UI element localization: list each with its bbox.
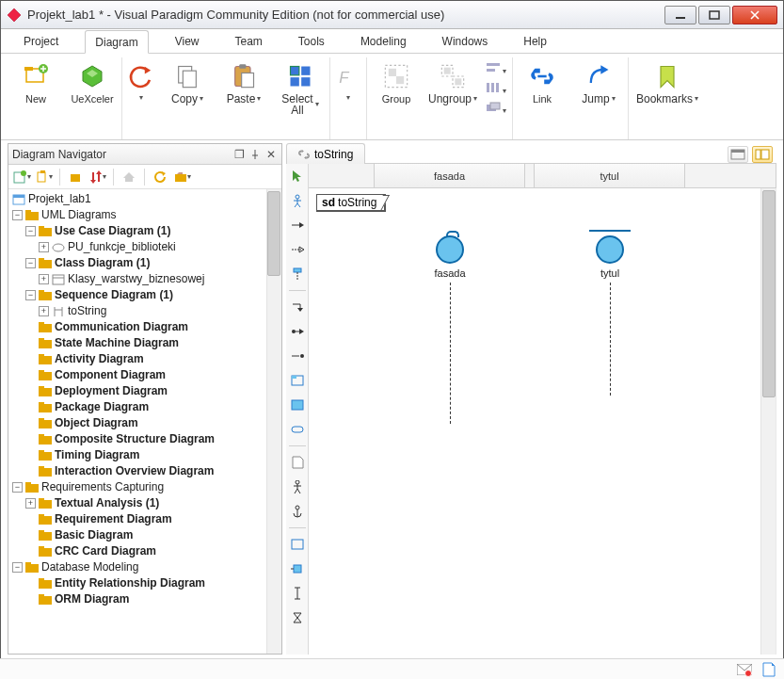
expand-icon[interactable]: + (39, 274, 49, 284)
cursor-tool-icon[interactable] (289, 168, 306, 185)
ungroup-button[interactable]: Ungroup▾ (427, 59, 478, 133)
note-tool-icon[interactable] (289, 454, 306, 471)
restore-icon[interactable]: ❐ (232, 148, 246, 161)
collapse-icon[interactable]: − (25, 290, 36, 300)
refresh-icon[interactable] (151, 168, 169, 186)
time-constraint-tool-icon[interactable] (289, 609, 306, 626)
self-message-tool-icon[interactable] (289, 299, 306, 315)
navigator-tree[interactable]: Projekt_lab1 −UML Diagrams −Use Case Dia… (8, 189, 281, 654)
collapse-icon[interactable]: − (12, 482, 23, 493)
expand-icon[interactable]: + (39, 306, 49, 316)
tree-timing[interactable]: Timing Diagram (55, 447, 139, 463)
lifeline-head-icon[interactable] (596, 235, 624, 264)
menu-diagram[interactable]: Diagram (85, 30, 148, 54)
close-panel-icon[interactable]: ✕ (264, 148, 278, 161)
tree-textual[interactable]: Textual Analysis (1) (55, 495, 159, 511)
return-message-tool-icon[interactable] (289, 241, 306, 258)
tree-state-machine[interactable]: State Machine Diagram (55, 335, 179, 351)
tree-crc[interactable]: CRC Card Diagram (55, 543, 156, 559)
editor-tab-tostring[interactable]: toString (286, 143, 365, 164)
anchor-tool-icon[interactable] (289, 503, 306, 520)
tree-use-case-child[interactable]: PU_funkcje_biblioteki (68, 239, 176, 255)
tree-requirements[interactable]: Requirements Capturing (41, 479, 164, 495)
new-button[interactable]: New (10, 59, 61, 133)
tree-project[interactable]: Projekt_lab1 (28, 191, 91, 207)
tree-scroll-thumb[interactable] (267, 191, 280, 276)
menu-modeling[interactable]: Modeling (351, 29, 416, 53)
lifeline-dash[interactable] (610, 283, 611, 396)
sort-icon[interactable]: ▾ (88, 168, 107, 186)
combined-fragment-tool-icon[interactable] (289, 372, 306, 389)
group-button[interactable]: Group (371, 59, 422, 133)
lifeline-dash[interactable] (450, 283, 451, 424)
home-icon[interactable] (120, 168, 138, 186)
pin-icon[interactable] (248, 148, 262, 161)
mail-icon[interactable] (737, 662, 752, 677)
select-all-button[interactable]: Select All ▾ (275, 59, 326, 133)
tree-package[interactable]: Package Diagram (55, 399, 149, 415)
menu-tools[interactable]: Tools (289, 29, 334, 53)
tree-object[interactable]: Object Diagram (55, 415, 138, 431)
tree-basic[interactable]: Basic Diagram (55, 527, 133, 543)
tree-uml-diagrams[interactable]: UML Diagrams (41, 207, 117, 223)
tree-activity[interactable]: Activity Diagram (55, 351, 144, 367)
collapse-icon[interactable]: − (12, 210, 23, 220)
interaction-use-tool-icon[interactable] (289, 396, 306, 413)
found-message-tool-icon[interactable] (289, 323, 306, 340)
paste-button[interactable]: Paste▾ (218, 59, 269, 133)
tree-interaction[interactable]: Interaction Overview Diagram (55, 463, 214, 479)
menu-project[interactable]: Project (14, 29, 68, 53)
uexceler-button[interactable]: UeXceler (67, 59, 118, 133)
tree-communication[interactable]: Communication Diagram (55, 319, 188, 335)
sd-frame-label[interactable]: sd toString (316, 194, 386, 212)
tree-composite[interactable]: Composite Structure Diagram (55, 431, 215, 447)
minimize-button[interactable] (664, 6, 696, 24)
collapse-icon[interactable]: − (25, 258, 36, 268)
tree-deployment[interactable]: Deployment Diagram (55, 383, 168, 399)
canvas-scroll-thumb[interactable] (762, 190, 776, 397)
copy-button[interactable]: Copy▾ (162, 59, 213, 133)
bookmarks-button[interactable]: Bookmarks▾ (632, 59, 702, 133)
link-button[interactable]: Link (517, 59, 568, 133)
tree-use-case[interactable]: Use Case Diagram (1) (55, 223, 170, 239)
layout-icon[interactable] (752, 146, 773, 163)
expand-icon[interactable] (66, 168, 85, 186)
lost-message-tool-icon[interactable] (289, 348, 306, 364)
menu-view[interactable]: View (166, 29, 209, 53)
message-tool-icon[interactable] (289, 217, 306, 234)
lifeline-tool-icon[interactable] (289, 266, 306, 283)
header-tytul[interactable]: tytul (535, 164, 685, 187)
format-button[interactable]: F ▾ (334, 59, 362, 133)
order-icon[interactable]: ▾ (486, 102, 506, 116)
tree-scrollbar[interactable] (266, 189, 281, 654)
collapse-icon[interactable]: − (25, 226, 36, 236)
copy-nav-icon[interactable]: ▾ (35, 168, 54, 186)
tree-requirement[interactable]: Requirement Diagram (55, 511, 172, 527)
maximize-button[interactable] (698, 6, 730, 24)
overview-icon[interactable] (728, 146, 748, 163)
tree-database[interactable]: Database Modeling (41, 559, 138, 575)
tree-component[interactable]: Component Diagram (55, 367, 166, 383)
duration-tool-icon[interactable] (289, 585, 306, 602)
note-status-icon[interactable] (761, 662, 776, 677)
tree-sequence[interactable]: Sequence Diagram (1) (55, 287, 173, 303)
continuation-tool-icon[interactable] (289, 421, 306, 438)
frame-tool-icon[interactable] (289, 536, 306, 553)
gate-tool-icon[interactable] (289, 560, 306, 577)
canvas-scrollbar[interactable] (760, 188, 776, 655)
distribute-icon[interactable]: ▾ (486, 82, 506, 96)
align-icon[interactable]: ▾ (486, 62, 506, 76)
menu-team[interactable]: Team (226, 29, 272, 53)
expand-icon[interactable]: + (25, 498, 36, 509)
menu-help[interactable]: Help (514, 29, 556, 53)
expand-icon[interactable]: + (39, 242, 49, 252)
tree-orm[interactable]: ORM Diagram (55, 591, 129, 607)
header-fasada[interactable]: fasada (375, 164, 525, 187)
tree-class-diagram[interactable]: Class Diagram (1) (55, 255, 150, 271)
collapse-icon[interactable]: − (12, 562, 23, 573)
undo-button[interactable]: ▾ (126, 59, 156, 133)
tree-class-child[interactable]: Klasy_warstwy_biznesowej (68, 271, 204, 287)
tree-sequence-child[interactable]: toString (68, 303, 106, 319)
open-icon[interactable]: ▾ (173, 168, 192, 186)
new-diagram-icon[interactable]: ▾ (12, 168, 31, 186)
